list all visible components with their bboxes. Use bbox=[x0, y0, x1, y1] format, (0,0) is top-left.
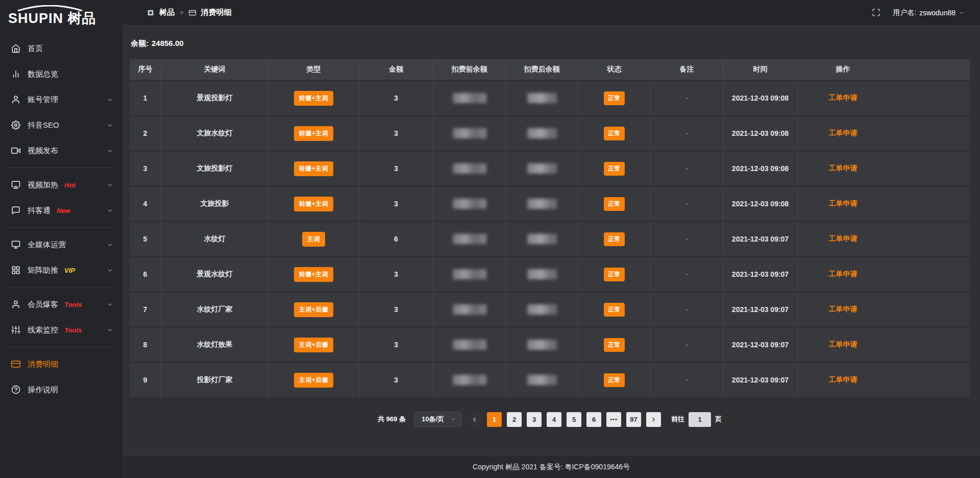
sidebar-divider bbox=[8, 347, 114, 347]
cell-keyword: 水纹灯 bbox=[161, 222, 268, 256]
sidebar-item-video-publish[interactable]: 视频发布 bbox=[0, 138, 122, 163]
cell-amount: 3 bbox=[359, 81, 433, 115]
sidebar-item-omni-media-operation[interactable]: 全媒体运营 bbox=[0, 232, 122, 257]
work-order-link[interactable]: 工单申请 bbox=[829, 234, 857, 243]
cell-balance-before bbox=[433, 152, 506, 185]
main-content: 余额:24856.00 序号关键词类型金额扣费前余额扣费后余额状态备注时间操作 … bbox=[122, 26, 980, 456]
cell-index: 7 bbox=[130, 293, 161, 326]
prev-page-button[interactable] bbox=[467, 412, 482, 427]
cell-action: 工单申请 bbox=[798, 81, 970, 115]
work-order-link[interactable]: 工单申请 bbox=[829, 93, 857, 102]
sidebar-item-douketong[interactable]: 抖客通New bbox=[0, 198, 122, 223]
monitor-icon bbox=[11, 240, 20, 249]
column-header: 序号 bbox=[130, 59, 161, 80]
cell-balance-before bbox=[433, 116, 506, 150]
sidebar-item-home[interactable]: 首页 bbox=[0, 36, 122, 61]
work-order-link[interactable]: 工单申请 bbox=[829, 129, 857, 137]
status-badge: 正常 bbox=[604, 303, 625, 317]
breadcrumb-separator: > bbox=[180, 9, 184, 16]
cell-index: 4 bbox=[130, 187, 161, 221]
sidebar-item-video-heating[interactable]: 视频加热Hot bbox=[0, 172, 122, 198]
sidebar-item-lead-monitor[interactable]: 线索监控Tools bbox=[0, 317, 122, 343]
goto-suffix: 页 bbox=[715, 415, 722, 424]
balance-label: 余额: bbox=[131, 39, 149, 47]
column-header: 备注 bbox=[651, 59, 723, 80]
breadcrumb: 树品 > 消费明细 bbox=[147, 8, 232, 17]
work-order-link[interactable]: 工单申请 bbox=[829, 164, 857, 172]
cell-amount: 3 bbox=[359, 257, 433, 291]
cell-action: 工单申请 bbox=[798, 152, 970, 185]
sidebar-item-account-management[interactable]: 账号管理 bbox=[0, 87, 122, 112]
app-logo: SHUPIN 树品 bbox=[0, 0, 122, 33]
sidebar-item-instructions[interactable]: 操作说明 bbox=[0, 377, 122, 402]
work-order-link[interactable]: 工单申请 bbox=[829, 340, 857, 348]
username-label: 用户名: bbox=[893, 8, 916, 17]
masked-value bbox=[453, 163, 486, 174]
table-head: 序号关键词类型金额扣费前余额扣费后余额状态备注时间操作 bbox=[130, 59, 970, 80]
page-button-4[interactable]: 4 bbox=[547, 412, 561, 427]
consumption-table: 序号关键词类型金额扣费前余额扣费后余额状态备注时间操作 1景观投影灯前缀+主词3… bbox=[130, 58, 970, 398]
page-size-value: 10条/页 bbox=[422, 415, 444, 424]
cell-keyword: 景观投影灯 bbox=[161, 81, 268, 115]
total-count: 共 969 条 bbox=[378, 415, 406, 424]
sidebar-item-label: 视频加热 bbox=[28, 180, 58, 190]
sidebar-item-douyin-seo[interactable]: 抖音SEO bbox=[0, 112, 122, 138]
cell-time: 2021-12-03 09:08 bbox=[723, 81, 798, 115]
home-icon bbox=[11, 44, 20, 53]
logo-en: SHUPIN bbox=[8, 11, 63, 26]
sidebar-item-data-overview[interactable]: 数据总览 bbox=[0, 61, 122, 87]
cell-amount: 3 bbox=[359, 363, 433, 397]
page-button-97[interactable]: 97 bbox=[626, 412, 641, 427]
page-button-2[interactable]: 2 bbox=[507, 412, 522, 427]
chevron-down-icon bbox=[959, 10, 965, 16]
cell-time: 2021-12-03 09:07 bbox=[723, 257, 798, 291]
page-button-1[interactable]: 1 bbox=[487, 412, 502, 427]
column-header: 操作 bbox=[798, 59, 970, 80]
masked-value bbox=[527, 199, 557, 209]
fullscreen-icon[interactable] bbox=[872, 8, 880, 17]
cell-amount: 3 bbox=[359, 187, 433, 221]
table-row: 8水纹灯效果主词+后缀3正常-2021-12-03 09:07工单申请 bbox=[130, 328, 970, 362]
gear-icon bbox=[11, 121, 20, 130]
chevron-down-icon bbox=[450, 416, 456, 422]
work-order-link[interactable]: 工单申请 bbox=[829, 270, 857, 278]
cell-balance-before bbox=[433, 222, 506, 256]
type-badge: 前缀+主词 bbox=[294, 197, 334, 211]
work-order-link[interactable]: 工单申请 bbox=[829, 375, 857, 384]
work-order-link[interactable]: 工单申请 bbox=[829, 305, 857, 313]
cell-time: 2021-12-03 09:07 bbox=[723, 293, 798, 326]
table-row: 4文旅投影前缀+主词3正常-2021-12-03 09:08工单申请 bbox=[130, 187, 970, 221]
breadcrumb-item-root[interactable]: 树品 bbox=[159, 8, 175, 17]
chevron-down-icon bbox=[107, 182, 113, 188]
user-menu[interactable]: 用户名: zswodun88 bbox=[893, 8, 965, 17]
page-button-5[interactable]: 5 bbox=[567, 412, 581, 427]
cell-amount: 3 bbox=[359, 116, 433, 150]
cell-index: 1 bbox=[130, 81, 161, 115]
cell-time: 2021-12-03 09:08 bbox=[723, 116, 798, 150]
chevron-down-icon bbox=[107, 327, 113, 333]
status-badge: 正常 bbox=[604, 232, 625, 246]
next-page-button[interactable] bbox=[646, 412, 661, 427]
sidebar-item-member-burst[interactable]: 会员爆客Tools bbox=[0, 292, 122, 317]
sidebar-item-label: 抖音SEO bbox=[28, 121, 59, 130]
column-header: 类型 bbox=[268, 59, 359, 80]
table-body: 1景观投影灯前缀+主词3正常-2021-12-03 09:08工单申请2文旅水纹… bbox=[130, 81, 970, 397]
goto-page-input[interactable] bbox=[689, 412, 711, 427]
cell-index: 8 bbox=[130, 328, 161, 362]
sidebar-item-label: 消费明细 bbox=[28, 360, 58, 369]
page-size-select[interactable]: 10条/页 bbox=[414, 412, 462, 427]
page-button-3[interactable]: 3 bbox=[527, 412, 542, 427]
cell-status: 正常 bbox=[578, 81, 651, 115]
cell-balance-after bbox=[506, 81, 578, 115]
page-ellipsis-button[interactable]: ••• bbox=[606, 412, 621, 427]
sidebar-item-matrix-boost[interactable]: 矩阵助推VIP bbox=[0, 257, 122, 283]
chevron-down-icon bbox=[107, 97, 113, 103]
table-row: 5水纹灯主词6正常-2021-12-03 09:07工单申请 bbox=[130, 222, 970, 256]
page-button-6[interactable]: 6 bbox=[586, 412, 601, 427]
sidebar-item-label: 线索监控 bbox=[28, 325, 58, 335]
table-row: 2文旅水纹灯前缀+主词3正常-2021-12-03 09:08工单申请 bbox=[130, 116, 970, 150]
work-order-link[interactable]: 工单申请 bbox=[829, 199, 857, 207]
sidebar-item-tag: New bbox=[57, 207, 70, 214]
sidebar-menu: 首页数据总览账号管理抖音SEO视频发布视频加热Hot抖客通New全媒体运营矩阵助… bbox=[0, 33, 122, 478]
sidebar-item-consumption-detail[interactable]: 消费明细 bbox=[0, 351, 122, 377]
